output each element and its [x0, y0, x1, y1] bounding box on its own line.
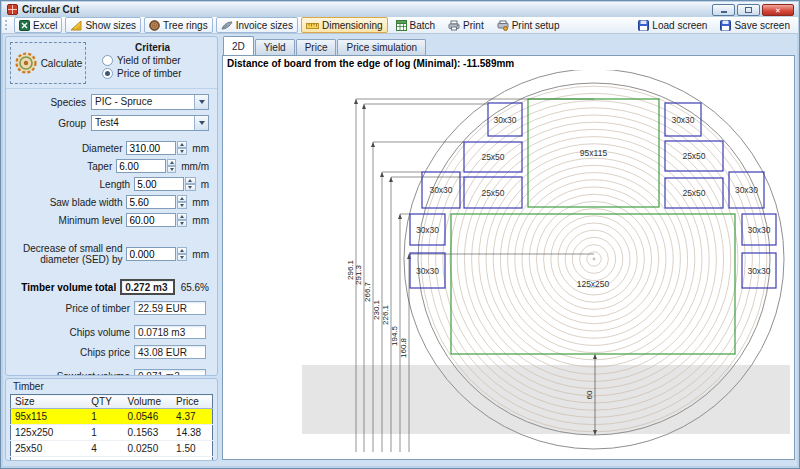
minimize-button[interactable] [712, 4, 735, 16]
table-cell: 0.0360 [124, 457, 172, 462]
spin-down-icon [167, 166, 176, 173]
dimensioning-icon [306, 20, 319, 31]
spinner[interactable] [177, 247, 187, 261]
radio-icon[interactable] [102, 55, 113, 66]
dimension-label: 60 [585, 390, 594, 399]
field-label: Decrease of small end diameter (SED) by [6, 243, 126, 265]
spin-up-icon [177, 195, 187, 202]
toolbar-button-print[interactable]: Print [443, 17, 489, 33]
toolbar-button-label: Dimensioning [322, 20, 383, 31]
board-label: 30x30 [735, 185, 758, 195]
chevron-down-icon[interactable] [194, 95, 208, 109]
close-button[interactable]: ✕ [762, 4, 794, 16]
table-row[interactable]: 95x11510.05464.37 [11, 409, 213, 425]
timber-panel-title: Timber [6, 379, 217, 393]
minimum-level-input[interactable] [126, 213, 176, 227]
toolbar-button-print-setup[interactable]: Print setup [492, 17, 565, 33]
title-bar: Circular Cut ✕ [2, 2, 798, 17]
taper-input[interactable] [116, 159, 166, 173]
radio-icon[interactable] [102, 68, 113, 79]
tab-2d[interactable]: 2D [223, 36, 254, 55]
field-unit: m [201, 179, 209, 190]
field-unit: mm [192, 143, 209, 154]
calculate-button-label: Calculate [41, 58, 83, 69]
table-cell: 8 [87, 457, 123, 462]
table-cell: 1 [87, 409, 123, 425]
length-input[interactable] [134, 177, 184, 191]
toolbar-button-excel[interactable]: Excel [14, 17, 62, 33]
toolbar-button-tree-rings[interactable]: Tree rings [144, 17, 213, 33]
table-cell: 30x30 [11, 457, 88, 462]
toolbar-button-show-sizes[interactable]: Show sizes [65, 17, 141, 33]
criteria-option-yield[interactable]: Yield of timber [102, 55, 213, 66]
toolbar-grip [5, 20, 9, 30]
spin-down-icon [177, 148, 187, 155]
distance-heading: Distance of board from the edge of log (… [227, 58, 794, 69]
dimension-label: 226.1 [381, 304, 390, 325]
tab-yield[interactable]: Yield [255, 39, 295, 55]
timber-volume-total-value: 0.272 m3 [120, 279, 174, 295]
toolbar-button-save-screen[interactable]: Save screen [715, 17, 795, 33]
group-select[interactable]: Test4 [91, 115, 209, 131]
timber-panel: Timber Size QTY Volume Price 95x11510.05… [5, 378, 218, 461]
spin-up-icon [177, 247, 187, 254]
chips-volume-value: 0.0718 m3 [134, 325, 206, 339]
tab-price-simulation[interactable]: Price simulation [337, 39, 426, 55]
column-header[interactable]: Price [172, 395, 212, 409]
table-row[interactable]: 125x25010.156314.38 [11, 425, 213, 441]
excel-icon [19, 20, 30, 31]
invoice-sizes-icon [221, 20, 233, 31]
board-label: 30x30 [416, 266, 439, 276]
toolbar-button-label: Print [463, 20, 484, 31]
spinner[interactable] [185, 177, 196, 191]
board-label: 30x30 [493, 115, 516, 125]
tab-price[interactable]: Price [296, 39, 337, 55]
board-label: 30x30 [747, 266, 770, 276]
calculate-button[interactable]: Calculate [10, 42, 86, 84]
spin-up-icon [185, 177, 196, 184]
column-header[interactable]: Size [11, 395, 88, 409]
field-label: Diameter [6, 143, 126, 154]
column-header[interactable]: Volume [124, 395, 172, 409]
timber-volume-percent: 65.6% [181, 282, 209, 293]
dimension-label: 194.5 [390, 325, 399, 346]
diameter-input[interactable] [126, 141, 176, 155]
table-cell: 125x250 [11, 425, 88, 441]
column-header[interactable]: QTY [87, 395, 123, 409]
toolbar-button-batch[interactable]: Batch [391, 17, 441, 33]
field-unit: mm [192, 197, 209, 208]
toolbar-button-invoice-sizes[interactable]: Invoice sizes [216, 17, 298, 33]
spinner[interactable] [167, 159, 176, 173]
criteria-group: Criteria Yield of timber Price of timber [86, 42, 213, 84]
table-row[interactable]: 30x3080.03602.34 [11, 457, 213, 462]
toolbar-button-dimensioning[interactable]: Dimensioning [301, 17, 388, 33]
field-unit: mm [192, 215, 209, 226]
table-cell: 0.0250 [124, 441, 172, 457]
saw-blade-width-input[interactable] [126, 195, 176, 209]
toolbar-button-load-screen[interactable]: Load screen [633, 17, 712, 33]
tab-label: Price simulation [346, 42, 417, 53]
criteria-option-price[interactable]: Price of timber [102, 68, 213, 79]
board-label: 125x250 [577, 279, 610, 289]
sed-decrease-input[interactable] [126, 247, 176, 261]
field-label: Minimum level [6, 215, 126, 226]
window-title: Circular Cut [22, 4, 79, 15]
spinner[interactable] [177, 141, 187, 155]
spinner[interactable] [177, 195, 187, 209]
chevron-down-icon[interactable] [194, 116, 208, 130]
table-cell: 14.38 [172, 425, 212, 441]
species-select[interactable]: PIC - Spruce [91, 94, 209, 110]
table-row[interactable]: 25x5040.02501.50 [11, 441, 213, 457]
field-label: Length [6, 179, 134, 190]
maximize-button[interactable] [737, 4, 760, 16]
chips-price-value: 43.08 EUR [134, 345, 206, 359]
table-cell: 25x50 [11, 441, 88, 457]
result-label: Timber volume total [6, 282, 120, 293]
dimension-label: 291.3 [354, 264, 363, 285]
toolbar-button-label: Load screen [652, 20, 707, 31]
board-label: 30x30 [671, 115, 694, 125]
spinner[interactable] [177, 213, 187, 227]
print-icon [448, 20, 460, 31]
main-panel: 2D Yield Price Price simulation Distance… [222, 34, 798, 463]
board-label: 25x50 [682, 151, 705, 161]
